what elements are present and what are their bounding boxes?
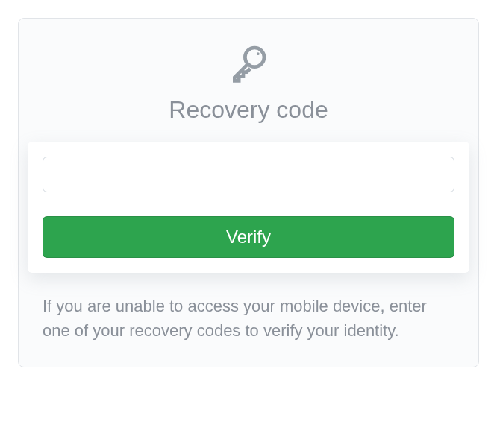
icon-wrapper	[43, 42, 454, 84]
page-title: Recovery code	[43, 96, 454, 124]
svg-point-1	[257, 52, 260, 55]
recovery-code-input[interactable]	[43, 157, 454, 192]
verify-button[interactable]: Verify	[43, 216, 454, 258]
recovery-form: Verify	[28, 142, 469, 273]
recovery-card: Recovery code Verify If you are unable t…	[18, 18, 479, 367]
key-icon	[228, 42, 269, 84]
svg-point-0	[245, 48, 264, 67]
help-text: If you are unable to access your mobile …	[43, 294, 454, 343]
